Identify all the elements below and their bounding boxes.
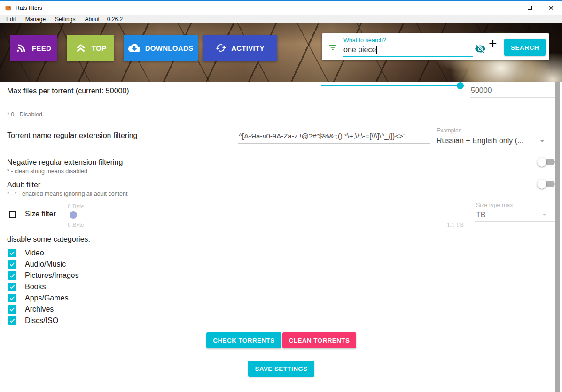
- size-range-min-bottom: 0 Byte: [68, 221, 84, 229]
- check-icon: [9, 284, 16, 290]
- search-panel: What to search? one piece + SEARCH: [322, 33, 549, 60]
- negative-filter-note: * - clean string means disabled: [7, 168, 87, 175]
- minimize-button[interactable]: [498, 1, 519, 15]
- chevron-down-icon[interactable]: [540, 140, 545, 142]
- search-label: What to search?: [343, 37, 386, 44]
- clean-torrents-button[interactable]: CLEAN TORRENTS: [282, 332, 356, 348]
- close-icon: ✕: [548, 4, 554, 12]
- size-range-min-top: 0 Byte: [68, 202, 84, 210]
- category-checkbox-audio-music[interactable]: [8, 260, 16, 269]
- size-filter-checkbox[interactable]: [9, 211, 16, 218]
- category-checkbox-video[interactable]: [8, 249, 16, 257]
- category-checkbox-archives[interactable]: [8, 305, 16, 314]
- max-files-label: Max files per torrent (current: 50000): [7, 87, 129, 95]
- titlebar: Rats filters ✕: [0, 1, 562, 15]
- search-button[interactable]: SEARCH: [504, 39, 546, 56]
- check-icon: [9, 261, 16, 268]
- search-input-value: one piece: [343, 46, 376, 54]
- size-filter-label: Size filter: [25, 210, 56, 218]
- rat-icon: [5, 4, 12, 12]
- menu-about[interactable]: About: [80, 16, 104, 23]
- size-type-underline: [475, 221, 555, 222]
- size-range-track[interactable]: [77, 215, 456, 215]
- category-checkbox-books[interactable]: [8, 283, 16, 291]
- size-type-select[interactable]: TB: [476, 211, 485, 219]
- downloads-button[interactable]: DOWNLOADS: [124, 35, 198, 61]
- category-label: Pictures/Images: [25, 271, 79, 280]
- regex-input-underline: [238, 143, 430, 144]
- category-checkbox-apps-games[interactable]: [8, 294, 16, 302]
- check-torrents-button[interactable]: CHECK TORRENTS: [206, 332, 281, 348]
- category-label: Books: [25, 283, 46, 291]
- search-input-underline: [343, 56, 473, 57]
- app-window: Rats filters ✕ Edit Manage Settings Abou…: [0, 0, 562, 392]
- top-button[interactable]: TOP: [67, 35, 114, 61]
- filter-icon: [328, 43, 337, 52]
- sync-icon: [215, 42, 226, 54]
- menu-edit[interactable]: Edit: [1, 16, 21, 23]
- downloads-button-label: DOWNLOADS: [145, 44, 194, 52]
- max-files-note: * 0 - Disabled.: [7, 111, 44, 118]
- examples-select-underline: [436, 148, 555, 148]
- settings-content: Max files per torrent (current: 50000) 5…: [0, 82, 562, 392]
- max-files-input-underline: [470, 97, 555, 98]
- window-title: Rats filters: [16, 5, 42, 11]
- negative-filter-label: Negative regular extension filtering: [7, 158, 123, 167]
- size-range-max: 1.1 TB: [447, 221, 464, 229]
- save-settings-button[interactable]: SAVE SETTINGS: [248, 361, 314, 377]
- category-label: Video: [25, 249, 44, 257]
- search-input[interactable]: one piece: [343, 46, 377, 54]
- size-type-label: Size type max: [476, 202, 513, 208]
- regex-filter-input[interactable]: ^[А-Яа-я0-9A-Za-z.!@?#"$%&:;() *\+,\/;\-…: [239, 132, 405, 140]
- menubar: Edit Manage Settings About 0.26.2: [0, 15, 562, 23]
- examples-label: Examples: [437, 127, 461, 134]
- check-icon: [9, 250, 16, 256]
- menu-manage[interactable]: Manage: [21, 16, 50, 23]
- max-files-input[interactable]: 50000: [471, 86, 492, 95]
- top-button-label: TOP: [92, 44, 106, 52]
- check-icon: [9, 272, 16, 279]
- regex-filter-label: Torrent name regular extension filtering: [7, 131, 137, 140]
- categories-heading: disable some categories:: [7, 235, 90, 244]
- feed-icon: [16, 42, 27, 54]
- maximize-button[interactable]: [519, 1, 540, 15]
- max-files-slider-track[interactable]: [321, 85, 463, 86]
- category-label: Audio/Music: [25, 260, 66, 269]
- size-range-thumb[interactable]: [70, 211, 77, 219]
- category-label: Archives: [25, 305, 54, 314]
- feed-button-label: FEED: [32, 44, 51, 52]
- activity-button-label: ACTIVITY: [231, 44, 265, 52]
- activity-button[interactable]: ACTIVITY: [203, 35, 277, 61]
- adult-filter-toggle[interactable]: [537, 179, 555, 189]
- vertical-scrollbar[interactable]: [555, 82, 560, 392]
- chevrons-up-icon: [75, 42, 87, 54]
- maximize-icon: [528, 6, 532, 10]
- category-checkbox-pictures-images[interactable]: [8, 271, 16, 280]
- close-button[interactable]: ✕: [540, 1, 562, 15]
- chevron-down-icon[interactable]: [542, 214, 547, 216]
- category-label: Apps/Games: [25, 294, 68, 302]
- check-icon: [9, 306, 16, 313]
- app-version: 0.26.2: [104, 16, 125, 23]
- negative-filter-toggle[interactable]: [537, 157, 555, 167]
- category-checkbox-discs-iso[interactable]: [8, 316, 16, 325]
- category-label: Discs/ISO: [25, 316, 58, 325]
- cloud-download-icon: [128, 42, 140, 54]
- max-files-slider-thumb[interactable]: [457, 82, 464, 89]
- header-banner: FEED TOP DOWNLOADS ACTIVITY: [0, 23, 562, 82]
- plus-icon[interactable]: +: [489, 37, 497, 51]
- text-caret: [376, 46, 377, 54]
- toggle-knob: [537, 179, 546, 189]
- minimize-icon: [507, 8, 511, 8]
- feed-button[interactable]: FEED: [10, 35, 57, 61]
- check-icon: [9, 317, 16, 324]
- caption-buttons: ✕: [498, 1, 562, 15]
- adult-filter-label: Adult filter: [7, 181, 40, 189]
- adult-filter-note: * - * - enabled means ignoring all adult…: [7, 191, 127, 197]
- toggle-knob: [537, 157, 546, 167]
- menu-settings[interactable]: Settings: [50, 16, 80, 23]
- eye-off-icon[interactable]: [475, 43, 486, 54]
- examples-select[interactable]: Russian + English only (...: [437, 137, 523, 145]
- check-icon: [9, 295, 16, 301]
